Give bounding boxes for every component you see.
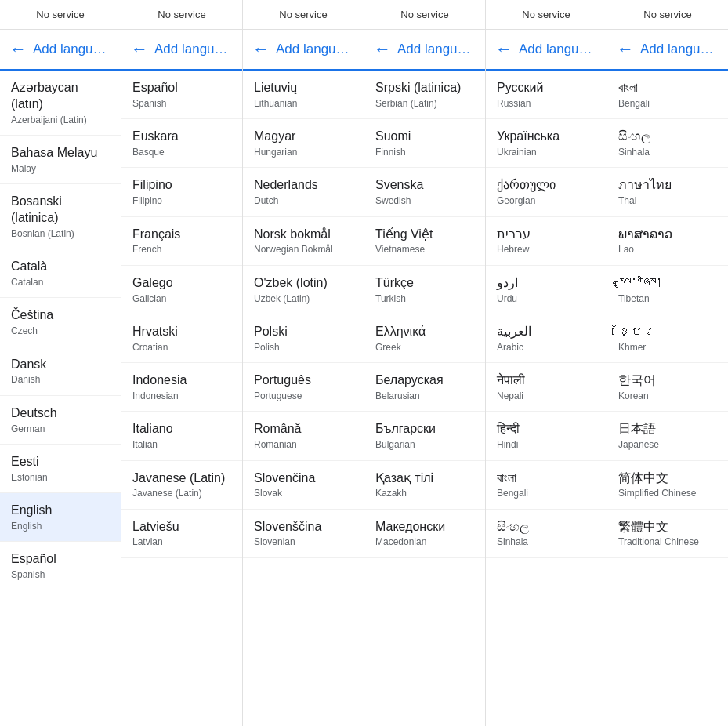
list-item[interactable]: Norsk bokmålNorwegian Bokmål (243, 217, 364, 266)
language-subtitle: Slovak (254, 488, 353, 499)
list-item[interactable]: NederlandsDutch (243, 168, 364, 216)
language-subtitle: Urdu (497, 293, 596, 304)
list-item[interactable]: TürkçeTurkish (364, 266, 485, 314)
list-item[interactable]: 한국어Korean (607, 363, 728, 412)
list-item[interactable]: 日本語Japanese (607, 412, 728, 460)
language-name: Français (132, 227, 231, 243)
list-item[interactable]: DeutschGerman (0, 396, 121, 445)
language-name: Bosanski (latinica) (11, 194, 110, 227)
back-arrow-icon[interactable]: ← (374, 39, 391, 60)
list-item[interactable]: ខ្មែរKhmer (607, 314, 728, 363)
list-item[interactable]: БългарскиBulgarian (364, 412, 485, 460)
list-item[interactable]: EestiEstonian (0, 445, 121, 493)
language-name: اردو (497, 275, 596, 292)
list-item[interactable]: ภาษาไทยThai (607, 168, 728, 216)
language-name: हिन्दी (497, 421, 596, 437)
list-item[interactable]: 繁體中文Traditional Chinese (607, 510, 728, 558)
list-item[interactable]: EspañolSpanish (0, 542, 121, 590)
language-name: Română (254, 421, 353, 437)
language-name: 日本語 (618, 421, 717, 437)
list-item[interactable]: SuomiFinnish (364, 119, 485, 168)
language-name: ภาษาไทย (618, 177, 717, 194)
back-arrow-icon[interactable]: ← (617, 39, 634, 60)
list-item[interactable]: हिन्दीHindi (486, 412, 607, 460)
column-5: ←Add languageবাংলাBengaliසිංහලSinhalaภาษ… (607, 30, 728, 726)
list-item[interactable]: Tiếng ViệtVietnamese (364, 217, 485, 266)
language-name: Català (11, 259, 110, 275)
language-subtitle: German (11, 423, 110, 434)
language-name: Tiếng Việt (375, 227, 474, 243)
list-item[interactable]: සිංහලSinhala (486, 510, 607, 558)
language-name: Norsk bokmål (254, 227, 353, 243)
list-item[interactable]: Srpski (latinica)Serbian (Latin) (364, 71, 485, 119)
language-subtitle: Dutch (254, 195, 353, 206)
list-item[interactable]: EuskaraBasque (121, 119, 242, 168)
language-subtitle: Georgian (497, 195, 596, 206)
language-subtitle: French (132, 244, 231, 255)
list-item[interactable]: FilipinoFilipino (121, 168, 242, 216)
list-item[interactable]: नेपालीNepali (486, 363, 607, 412)
status-segment-3: No service (364, 0, 486, 29)
list-item[interactable]: ΕλληνικάGreek (364, 314, 485, 363)
language-subtitle: Hungarian (254, 147, 353, 158)
list-item[interactable]: Қазақ тіліKazakh (364, 461, 485, 510)
status-segment-1: No service (121, 0, 243, 29)
list-item[interactable]: SvenskaSwedish (364, 168, 485, 216)
list-item[interactable]: ČeštinaCzech (0, 298, 121, 347)
list-item[interactable]: বাংলাBengali (607, 71, 728, 119)
list-item[interactable]: ພາສາລາວLao (607, 217, 728, 266)
language-list-5: বাংলাBengaliසිංහලSinhalaภาษาไทยThaiພາສາລ… (607, 71, 728, 726)
language-subtitle: Portuguese (254, 390, 353, 401)
list-item[interactable]: CatalàCatalan (0, 249, 121, 298)
list-item[interactable]: РусскийRussian (486, 71, 607, 119)
list-item[interactable]: O'zbek (lotin)Uzbek (Latin) (243, 266, 364, 314)
language-subtitle: Lao (618, 244, 717, 255)
back-arrow-icon[interactable]: ← (252, 39, 270, 60)
list-item[interactable]: LatviešuLatvian (121, 510, 242, 558)
list-item[interactable]: УкраїнськаUkrainian (486, 119, 607, 168)
list-item[interactable]: DanskDanish (0, 347, 121, 396)
column-header-3: ←Add language (364, 30, 485, 71)
list-item[interactable]: EnglishEnglish (0, 493, 121, 542)
list-item[interactable]: རྒྱལ་གཞིས།Tibetan (607, 266, 728, 314)
status-segment-0: No service (0, 0, 121, 29)
list-item[interactable]: SlovenščinaSlovenian (243, 510, 364, 558)
header-title: Add language (640, 42, 719, 57)
list-item[interactable]: GalegoGalician (121, 266, 242, 314)
list-item[interactable]: PolskiPolish (243, 314, 364, 363)
list-item[interactable]: Bahasa MelayuMalay (0, 136, 121, 184)
language-name: Latviešu (132, 519, 231, 535)
list-item[interactable]: LietuviųLithuanian (243, 71, 364, 119)
list-item[interactable]: EspañolSpanish (121, 71, 242, 119)
list-item[interactable]: PortuguêsPortuguese (243, 363, 364, 412)
list-item[interactable]: RomânăRomanian (243, 412, 364, 460)
list-item[interactable]: SlovenčinaSlovak (243, 461, 364, 510)
language-subtitle: Serbian (Latin) (375, 98, 474, 109)
list-item[interactable]: MagyarHungarian (243, 119, 364, 168)
language-name: རྒྱལ་གཞིས། (618, 275, 717, 292)
language-subtitle: Vietnamese (375, 244, 474, 255)
list-item[interactable]: БеларускаяBelarusian (364, 363, 485, 412)
language-name: 한국어 (618, 372, 717, 389)
list-item[interactable]: සිංහලSinhala (607, 119, 728, 168)
list-item[interactable]: עבריתHebrew (486, 217, 607, 266)
column-header-1: ←Add language (121, 30, 242, 71)
list-item[interactable]: IndonesiaIndonesian (121, 363, 242, 412)
list-item[interactable]: HrvatskiCroatian (121, 314, 242, 363)
back-arrow-icon[interactable]: ← (131, 39, 148, 60)
list-item[interactable]: Bosanski (latinica)Bosnian (Latin) (0, 184, 121, 249)
list-item[interactable]: العربيةArabic (486, 314, 607, 363)
list-item[interactable]: Javanese (Latin)Javanese (Latin) (121, 461, 242, 510)
list-item[interactable]: МакедонскиMacedonian (364, 510, 485, 558)
list-item[interactable]: 简体中文Simplified Chinese (607, 461, 728, 510)
back-arrow-icon[interactable]: ← (9, 39, 27, 60)
list-item[interactable]: ItalianoItalian (121, 412, 242, 460)
language-name: Svenska (375, 177, 474, 194)
list-item[interactable]: ქართულიGeorgian (486, 168, 607, 216)
list-item[interactable]: বাংলাBengali (486, 461, 607, 510)
language-subtitle: Slovenian (254, 536, 353, 547)
list-item[interactable]: اردوUrdu (486, 266, 607, 314)
list-item[interactable]: FrançaisFrench (121, 217, 242, 266)
list-item[interactable]: Azərbaycan (latın)Azerbaijani (Latin) (0, 71, 121, 136)
back-arrow-icon[interactable]: ← (495, 39, 512, 60)
